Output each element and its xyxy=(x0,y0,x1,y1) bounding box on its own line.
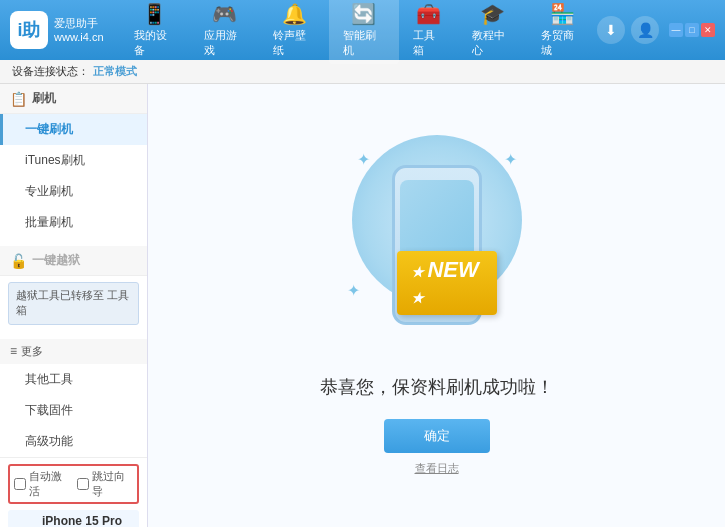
auto-activate-checkbox[interactable]: 自动激活 xyxy=(14,469,71,499)
sidebar: 📋 刷机 一键刷机 iTunes刷机 专业刷机 批量刷机 🔓 一键越狱 越狱工具… xyxy=(0,84,148,527)
nav-toolbox[interactable]: 🧰 工具箱 xyxy=(399,0,458,64)
sidebar-item-itunes-flash[interactable]: iTunes刷机 xyxy=(0,145,147,176)
phone-icon: 📱 xyxy=(142,2,167,26)
refresh-icon: 🔄 xyxy=(351,2,376,26)
sidebar-section-more: ≡ 更多 xyxy=(0,339,147,364)
header-right: ⬇ 👤 — □ ✕ xyxy=(597,16,715,44)
minimize-button[interactable]: — xyxy=(669,23,683,37)
guide-restore-input[interactable] xyxy=(77,478,89,490)
content-area: ✦ ✦ ✦ NEW 恭喜您，保资料刷机成功啦！ 确定 查看日志 xyxy=(148,84,725,527)
sparkle-icon-3: ✦ xyxy=(347,281,360,300)
new-badge: NEW xyxy=(397,251,497,315)
toolbox-icon: 🧰 xyxy=(416,2,441,26)
nav-tutorial[interactable]: 🎓 教程中心 xyxy=(458,0,528,64)
header: i助 爱思助手 www.i4.cn 📱 我的设备 🎮 应用游戏 🔔 铃声壁纸 🔄… xyxy=(0,0,725,60)
user-icon: 👤 xyxy=(637,22,654,38)
status-value: 正常模式 xyxy=(93,64,137,79)
auto-row: 自动激活 跳过向导 xyxy=(8,464,139,504)
more-section-icon: ≡ xyxy=(10,344,17,358)
user-button[interactable]: 👤 xyxy=(631,16,659,44)
sidebar-section-flash: 📋 刷机 xyxy=(0,84,147,114)
window-controls: — □ ✕ xyxy=(669,23,715,37)
sidebar-item-other-tools[interactable]: 其他工具 xyxy=(0,364,147,395)
close-button[interactable]: ✕ xyxy=(701,23,715,37)
confirm-button[interactable]: 确定 xyxy=(384,419,490,453)
download-icon: ⬇ xyxy=(605,22,617,38)
jailbreak-notice: 越狱工具已转移至 工具箱 xyxy=(8,282,139,325)
device-info: 📱 iPhone 15 Pro Max 512GB iPhone xyxy=(8,510,139,527)
device-text: iPhone 15 Pro Max 512GB iPhone xyxy=(42,514,133,527)
main-layout: 📋 刷机 一键刷机 iTunes刷机 专业刷机 批量刷机 🔓 一键越狱 越狱工具… xyxy=(0,84,725,527)
auto-options-box: 自动激活 跳过向导 xyxy=(8,464,139,504)
nav-smart-flash[interactable]: 🔄 智能刷机 xyxy=(329,0,399,64)
gamepad-icon: 🎮 xyxy=(212,2,237,26)
logo-icon: i助 xyxy=(10,11,48,49)
guide-restore-checkbox[interactable]: 跳过向导 xyxy=(77,469,134,499)
device-area: 自动激活 跳过向导 📱 iPhone 15 Pro Max 512GB iPho… xyxy=(0,457,147,527)
nav-ringtone[interactable]: 🔔 铃声壁纸 xyxy=(259,0,329,64)
success-image: ✦ ✦ ✦ NEW xyxy=(337,135,537,355)
store-icon: 🏪 xyxy=(550,2,575,26)
nav-app-games[interactable]: 🎮 应用游戏 xyxy=(190,0,260,64)
sparkle-icon-2: ✦ xyxy=(504,150,517,169)
maximize-button[interactable]: □ xyxy=(685,23,699,37)
download-button[interactable]: ⬇ xyxy=(597,16,625,44)
logo-text: 爱思助手 www.i4.cn xyxy=(54,16,104,45)
logo-area: i助 爱思助手 www.i4.cn xyxy=(10,11,120,49)
sidebar-item-pro-flash[interactable]: 专业刷机 xyxy=(0,176,147,207)
nav-my-device[interactable]: 📱 我的设备 xyxy=(120,0,190,64)
auto-activate-input[interactable] xyxy=(14,478,26,490)
bell-icon: 🔔 xyxy=(282,2,307,26)
sparkle-icon-1: ✦ xyxy=(357,150,370,169)
sidebar-item-download-firmware[interactable]: 下载固件 xyxy=(0,395,147,426)
status-label: 设备连接状态： xyxy=(12,64,89,79)
flash-section-icon: 📋 xyxy=(10,91,27,107)
sidebar-section-jailbreak: 🔓 一键越狱 xyxy=(0,246,147,276)
log-link[interactable]: 查看日志 xyxy=(415,461,459,476)
jailbreak-icon: 🔓 xyxy=(10,253,27,269)
sidebar-item-one-click-flash[interactable]: 一键刷机 xyxy=(0,114,147,145)
device-name: iPhone 15 Pro Max xyxy=(42,514,133,527)
nav-items: 📱 我的设备 🎮 应用游戏 🔔 铃声壁纸 🔄 智能刷机 🧰 工具箱 🎓 教程中心… xyxy=(120,0,597,64)
success-message: 恭喜您，保资料刷机成功啦！ xyxy=(320,375,554,399)
sidebar-item-advanced[interactable]: 高级功能 xyxy=(0,426,147,457)
graduation-icon: 🎓 xyxy=(480,2,505,26)
nav-service[interactable]: 🏪 务贸商城 xyxy=(527,0,597,64)
sidebar-item-batch-flash[interactable]: 批量刷机 xyxy=(0,207,147,238)
